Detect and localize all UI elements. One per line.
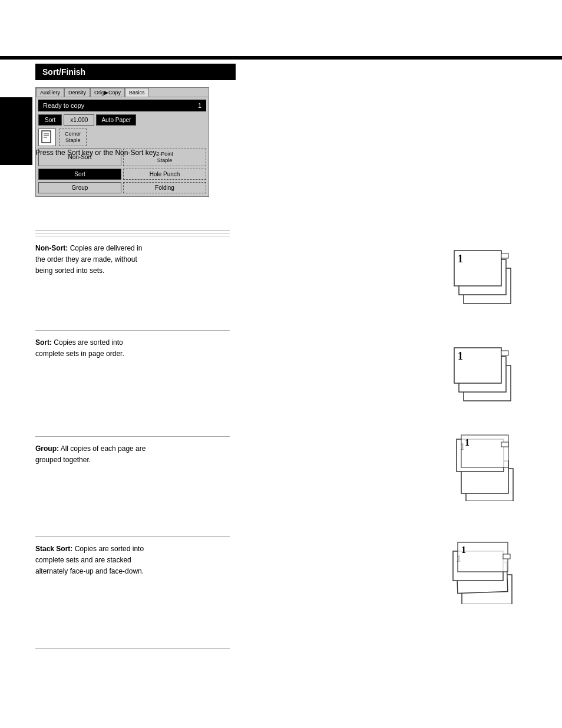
section-4-text: Group: All copies of each page are group… [35, 443, 236, 466]
divider-6 [35, 536, 230, 537]
top-controls-row: Sort x1.000 Auto Paper [36, 113, 209, 127]
stacksort-illustration: 3 5 1 1 [438, 528, 533, 604]
svg-text:1: 1 [458, 253, 463, 265]
folding-button[interactable]: Folding [123, 182, 206, 193]
section-3-text: Sort: Copies are sorted into complete se… [35, 337, 236, 360]
sort-illustration: 1 1 1 [438, 327, 533, 404]
tab-auxiliery[interactable]: Auxiliery [36, 88, 64, 97]
svg-rect-10 [501, 253, 508, 258]
svg-rect-35 [503, 554, 510, 559]
copy-count: 1 [198, 102, 201, 109]
panel-tabs: Auxiliery Density Orig▶Copy Basics [36, 88, 209, 97]
divider-1 [35, 230, 230, 230]
group-illustration: 3 3 1 1 [438, 424, 533, 501]
auto-paper-button[interactable]: Auto Paper [96, 114, 136, 126]
svg-rect-0 [42, 131, 51, 143]
svg-text:1: 1 [465, 437, 470, 447]
status-text: Ready to copy [43, 102, 84, 109]
zoom-display: x1.000 [64, 114, 94, 126]
svg-rect-26 [501, 442, 508, 447]
svg-text:1: 1 [458, 350, 463, 362]
hole-punch-button[interactable]: Hole Punch [123, 169, 206, 180]
section-2-text: Non-Sort: Copies are delivered in the or… [35, 243, 236, 277]
divider-4 [35, 330, 230, 331]
tab-orig-copy[interactable]: Orig▶Copy [90, 88, 125, 97]
svg-rect-17 [501, 351, 508, 355]
group-folding-row: Group Folding [36, 181, 209, 196]
control-panel: Auxiliery Density Orig▶Copy Basics Ready… [35, 87, 209, 197]
document-icon [38, 129, 56, 146]
corner-staple-button[interactable]: CornerStaple [59, 129, 87, 146]
top-divider [0, 56, 562, 60]
sort-holepunch-row: Sort Hole Punch [36, 167, 209, 181]
section-header: Sort/Finish [35, 64, 236, 80]
staple-row: CornerStaple [36, 127, 209, 147]
nonsort-illustration: 1 1 1 [438, 230, 533, 307]
divider-bottom [35, 648, 230, 649]
sort-active-button[interactable]: Sort [38, 169, 121, 180]
chapter-marker [0, 97, 32, 165]
status-bar: Ready to copy 1 [38, 100, 206, 111]
divider-5 [35, 436, 230, 437]
svg-text:1: 1 [461, 545, 466, 555]
section-1-text: Press the Sort key or the Non-Sort key. [35, 147, 236, 159]
tab-density[interactable]: Density [64, 88, 90, 97]
group-button[interactable]: Group [38, 182, 121, 193]
divider-2 [35, 233, 230, 233]
divider-3 [35, 236, 230, 236]
section-5-text: Stack Sort: Copies are sorted into compl… [35, 543, 236, 578]
sort-button[interactable]: Sort [38, 114, 62, 126]
tab-basics[interactable]: Basics [125, 88, 149, 97]
